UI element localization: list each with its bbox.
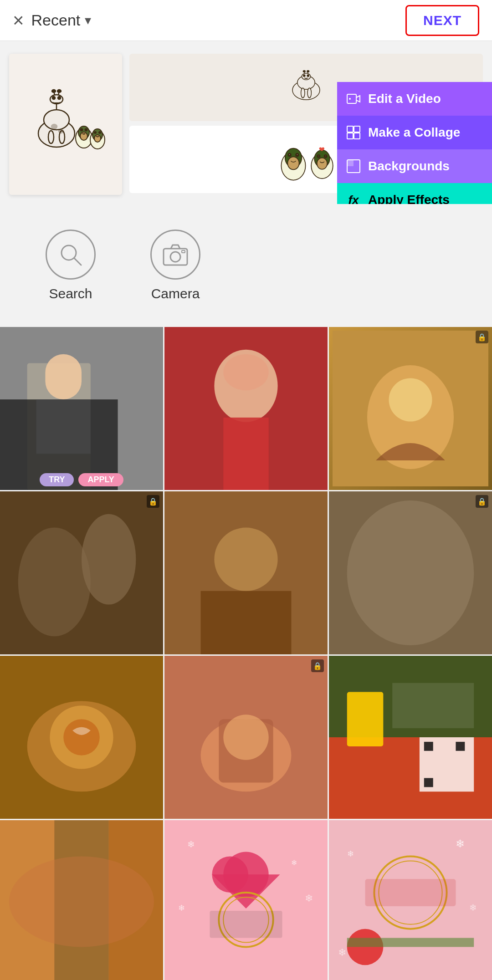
svg-point-82 [214,528,277,591]
svg-point-16 [80,132,87,140]
svg-point-9 [57,90,61,92]
backgrounds-icon [345,158,362,174]
try-apply-row: TRY APPLY [0,473,163,486]
svg-line-62 [74,258,81,265]
svg-rect-96 [347,692,384,746]
header: × Recent ▾ NEXT [0,0,492,41]
photo-cell-7[interactable] [0,656,163,819]
backgrounds-label: Backgrounds [368,159,450,174]
svg-point-27 [303,75,305,77]
svg-text:❄: ❄ [178,903,185,913]
svg-text:❄: ❄ [469,903,477,913]
svg-point-48 [325,155,326,157]
svg-point-34 [308,88,311,98]
svg-point-106 [9,857,154,947]
search-circle [46,230,96,280]
photo-grid: TRY APPLY [0,327,492,980]
svg-point-28 [307,75,309,77]
svg-point-79 [18,528,91,637]
photo-cell-9[interactable] [329,656,492,819]
svg-point-17 [81,129,83,131]
preview-drawing-icon [20,83,111,165]
svg-point-32 [307,71,309,72]
photo-cell-11[interactable]: ❄ ❄ ❄ ❄ [164,820,328,980]
svg-rect-54 [347,133,353,139]
make-collage-button[interactable]: Make a Collage [337,116,492,149]
close-button[interactable]: × [13,11,24,30]
svg-text:❄: ❄ [338,947,346,958]
video-icon [345,91,362,107]
header-title[interactable]: Recent ▾ [31,11,92,29]
chevron-down-icon: ▾ [85,13,91,28]
svg-rect-70 [36,399,91,454]
svg-text:❄: ❄ [456,837,465,850]
search-label: Search [49,286,92,301]
camera-circle [150,230,200,280]
avocado-chicks-icon [274,137,338,182]
photo-cell-12[interactable]: ❄ ❄ ❄ ❄ [329,820,492,980]
header-left: × Recent ▾ [13,11,91,30]
svg-point-93 [223,715,268,760]
search-icon [58,242,83,267]
svg-marker-50 [356,96,360,102]
svg-point-44 [317,158,327,169]
svg-rect-73 [223,418,268,490]
collage-icon [345,124,362,141]
svg-point-85 [347,500,474,645]
svg-rect-83 [201,591,292,654]
svg-rect-113 [210,911,282,938]
photo-cell-2[interactable] [164,327,328,490]
svg-point-74 [223,354,268,391]
svg-point-12 [51,124,57,129]
svg-point-77 [389,378,432,422]
search-tool[interactable]: Search [46,230,96,301]
photo-cell-8[interactable]: 🔒 [164,656,328,819]
svg-point-13 [59,129,63,133]
svg-rect-101 [424,778,433,787]
photo-cell-4[interactable]: 🔒 [0,491,163,654]
camera-tool[interactable]: Camera [150,230,200,301]
top-section: Edit a Video Make a Collage [0,41,492,204]
svg-point-80 [82,514,136,605]
backgrounds-button[interactable]: Backgrounds [337,149,492,183]
svg-point-89 [63,719,100,755]
edit-video-button[interactable]: Edit a Video [337,82,492,116]
svg-point-23 [99,132,101,133]
svg-rect-97 [392,683,474,728]
svg-rect-53 [354,126,360,132]
try-button[interactable]: TRY [40,473,74,486]
svg-rect-57 [347,160,354,166]
svg-point-21 [94,135,101,142]
photo-cell-10[interactable] [0,820,163,980]
svg-rect-123 [347,938,474,947]
apply-button[interactable]: APPLY [78,473,123,486]
photo-cell-5[interactable] [164,491,328,654]
lock-icon-6: 🔒 [476,495,488,508]
svg-point-33 [301,88,305,98]
photo-cell-6[interactable]: 🔒 [329,491,492,654]
svg-point-8 [52,90,56,92]
svg-point-4 [52,97,55,99]
photo-cell-3[interactable]: 🔒 [329,327,492,490]
photo-cell-1[interactable]: TRY APPLY [0,327,163,490]
svg-rect-99 [424,742,433,751]
svg-text:❄: ❄ [305,893,313,904]
svg-text:❄: ❄ [187,839,195,849]
preview-main-image[interactable] [9,54,122,195]
giraffe-crop-icon [265,69,347,106]
svg-point-5 [58,97,61,99]
lock-icon-8: 🔒 [311,659,324,672]
svg-rect-52 [347,126,353,132]
next-button[interactable]: NEXT [405,5,479,36]
make-collage-label: Make a Collage [368,125,460,140]
tools-row: Search Camera [0,204,246,327]
edit-video-label: Edit a Video [368,92,441,106]
lock-icon-4: 🔒 [147,495,159,508]
svg-rect-121 [365,879,456,906]
svg-point-40 [289,154,290,155]
title-text: Recent [31,11,81,29]
svg-rect-65 [182,250,185,253]
svg-text:❄: ❄ [291,859,297,867]
svg-text:❄: ❄ [347,849,354,858]
svg-point-41 [297,154,298,155]
